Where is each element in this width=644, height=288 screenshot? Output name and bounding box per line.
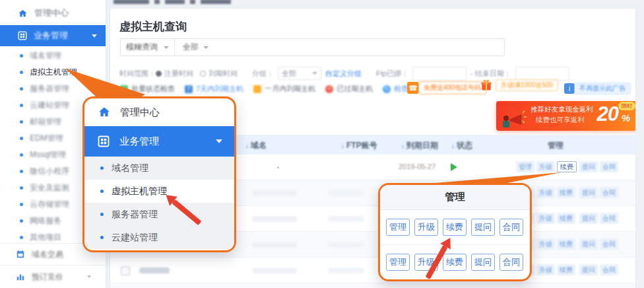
action-ask-button[interactable]: 提问 <box>579 238 598 250</box>
upgrade-button[interactable]: 升级 <box>414 219 438 236</box>
search-scope-select[interactable]: 全部 <box>175 39 504 55</box>
action-upgrade-button[interactable]: 升级 <box>536 264 555 275</box>
ftp-blurred <box>328 268 364 273</box>
quick-filter-expire-1m[interactable]: 一月内到期主机 <box>253 84 315 94</box>
column-header-domain[interactable]: ↓域名 <box>245 140 267 151</box>
chevron-down-icon <box>87 275 91 278</box>
callout-menu-item[interactable]: 服务器管理 <box>84 203 234 226</box>
callout-menu: 管理中心 业务管理 域名管理 虚拟主机管理 服务器管 <box>82 96 236 252</box>
radio-expire-time[interactable] <box>200 71 206 77</box>
action-renew-button[interactable]: 续费 <box>557 161 577 172</box>
sidebar-submenu-label: Mssql管理 <box>30 149 66 161</box>
callout-menu-item[interactable]: 虚拟主机管理 <box>84 180 234 203</box>
bullet-dot-icon <box>20 87 23 90</box>
home-icon <box>98 106 111 119</box>
action-upgrade-button[interactable]: 升级 <box>536 238 555 250</box>
callout-menu-home[interactable]: 管理中心 <box>84 98 234 126</box>
column-header-manage: 管理 <box>548 140 564 151</box>
hostname-blurred <box>139 268 170 273</box>
expire-date: 2019-05-27 <box>399 162 435 170</box>
sidebar-submenu-label: 云建站管理 <box>30 100 69 111</box>
manage-button[interactable]: 管理 <box>386 254 410 271</box>
sidebar-home-label: 管理中心 <box>34 7 69 19</box>
sidebar-submenu-item[interactable]: 服务器管理 <box>0 81 106 97</box>
bullet-dot-icon <box>20 170 23 173</box>
action-contract-button[interactable]: 合同 <box>600 161 618 172</box>
sidebar-submenu-item[interactable]: 虚拟主机管理 <box>0 64 106 81</box>
action-contract-button[interactable]: 合同 <box>600 187 618 198</box>
promo-tag: 限时 <box>618 102 635 110</box>
column-header-ftp[interactable]: ↓FTP账号 <box>341 140 377 151</box>
sidebar-submenu-item[interactable]: 域名管理 <box>0 48 106 64</box>
action-renew-button[interactable]: 续费 <box>557 238 575 250</box>
callout-menu-items: 域名管理 虚拟主机管理 服务器管理 云建站管理 <box>84 157 234 249</box>
sidebar-item-bid[interactable]: 预订竞价 <box>0 265 106 288</box>
search-mode-select[interactable]: 模糊查询 <box>121 39 175 55</box>
action-ask-button[interactable]: 提问 <box>579 161 598 172</box>
quick-filter-batch-check[interactable]: ✓批量状态检查 <box>120 84 175 94</box>
action-contract-button[interactable]: 合同 <box>600 213 618 224</box>
action-renew-button[interactable]: 续费 <box>557 187 575 198</box>
ask-button[interactable]: 提问 <box>471 219 495 236</box>
action-contract-button[interactable]: 合同 <box>600 264 618 275</box>
sort-icon[interactable]: ↓ <box>341 142 344 149</box>
callout-menu-item-label: 域名管理 <box>112 162 148 174</box>
square-icon <box>253 85 261 93</box>
gift-promo-badge[interactable]: 升级满1000送500 <box>480 79 558 92</box>
chevron-down-icon <box>164 46 169 49</box>
renew-button[interactable]: 续费 <box>443 254 467 271</box>
radio-register-time[interactable] <box>156 71 162 77</box>
quick-filter-expire-7d[interactable]: 77天内到期主机 <box>185 84 243 94</box>
manage-button[interactable]: 管理 <box>386 219 410 236</box>
callout-menu-item-label: 云建站管理 <box>112 232 158 244</box>
quick-filter-expired[interactable]: ×已过期主机 <box>325 84 373 94</box>
ftp-start-input[interactable] <box>412 67 467 81</box>
ftp-blurred <box>328 216 364 222</box>
bullet-dot-icon <box>100 190 104 193</box>
bullet-dot-icon <box>20 104 23 107</box>
ftp-bound-label: Ftp已绑： <box>376 69 408 79</box>
ask-button[interactable]: 提问 <box>471 254 495 271</box>
callout-menu-item[interactable]: 域名管理 <box>84 157 234 180</box>
sort-icon[interactable]: ↓ <box>451 142 455 149</box>
megaphone-icon <box>500 109 528 129</box>
dismiss-ad-badge[interactable]: i 不再提示此广告 <box>564 83 631 94</box>
custom-group-link[interactable]: 自定义分组 <box>325 69 362 79</box>
callout-actions-title: 管理 <box>380 185 530 210</box>
refresh-circle-icon: ↻ <box>383 85 391 93</box>
action-upgrade-button[interactable]: 升级 <box>536 213 555 224</box>
group-select[interactable]: 全部 <box>278 67 321 80</box>
action-upgrade-button[interactable]: 升级 <box>536 161 555 172</box>
ftp-blurred <box>328 242 364 248</box>
table-row: 管理 升级 续费 提问 合同 <box>110 283 635 288</box>
phone-promo-badge[interactable]: ☎ 免费送400电话号码 <box>407 81 486 94</box>
sort-icon[interactable]: ↓ <box>245 142 249 149</box>
action-renew-button[interactable]: 续费 <box>557 213 575 224</box>
action-upgrade-button[interactable]: 升级 <box>536 187 555 198</box>
callout-home-label: 管理中心 <box>120 106 160 119</box>
column-header-status[interactable]: ↓状态 <box>451 140 472 151</box>
callout-menu-item[interactable]: 云建站管理 <box>84 226 234 249</box>
sort-icon[interactable]: ↓ <box>401 142 404 149</box>
column-header-expire[interactable]: ↓到期日期 <box>401 140 438 151</box>
promo-banner[interactable]: 推荐好友拿现金返利 续费也可享返利 20 % 限时 <box>496 101 636 131</box>
bullet-dot-icon <box>20 203 23 206</box>
action-ask-button[interactable]: 提问 <box>579 213 598 224</box>
renew-button[interactable]: 续费 <box>443 219 467 236</box>
action-contract-button[interactable]: 合同 <box>600 238 618 250</box>
action-ask-button[interactable]: 提问 <box>579 264 598 275</box>
sidebar-item-business[interactable]: 业务管理 <box>0 25 106 46</box>
breadcrumb-fragment <box>201 0 231 4</box>
group-select-value: 全部 <box>282 69 296 79</box>
contract-button[interactable]: 合同 <box>499 254 523 271</box>
bullet-dot-icon <box>20 236 23 239</box>
action-ask-button[interactable]: 提问 <box>579 187 598 198</box>
contract-button[interactable]: 合同 <box>499 219 523 236</box>
sidebar-domain-trade-label: 域名交易 <box>32 249 63 260</box>
row-checkbox[interactable] <box>121 266 130 275</box>
callout-menu-business[interactable]: 业务管理 <box>84 126 234 157</box>
action-renew-button[interactable]: 续费 <box>557 264 575 275</box>
sidebar-item-home[interactable]: 管理中心 <box>0 3 106 24</box>
domain-dot <box>277 166 279 168</box>
action-manage-button[interactable]: 管理 <box>516 161 534 172</box>
